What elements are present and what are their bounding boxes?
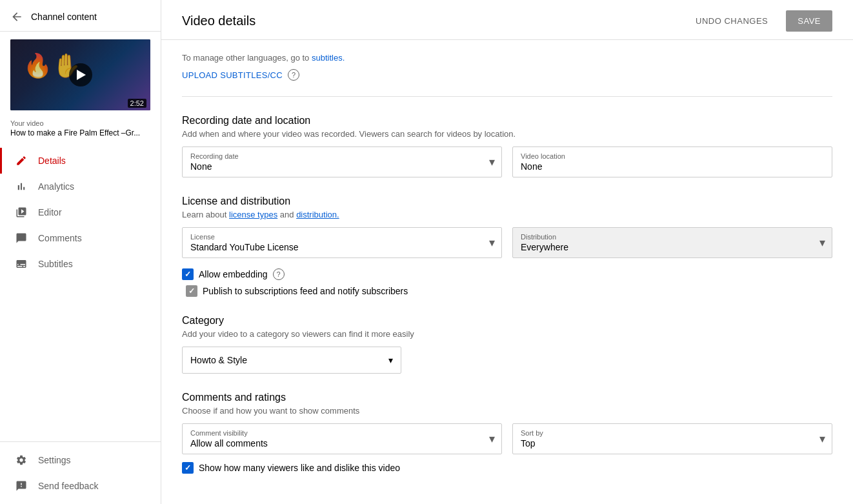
comment-visibility-value: Allow all comments [190, 438, 494, 449]
sidebar-header: Channel content [0, 0, 161, 32]
video-duration: 2:52 [128, 99, 146, 108]
category-select[interactable]: Howto & Style ▾ [182, 347, 401, 374]
distribution-arrow-icon: ▾ [819, 236, 825, 250]
subtitles-help-icon[interactable]: ? [288, 69, 299, 81]
comments-nav-label: Comments [38, 233, 82, 243]
license-field[interactable]: License Standard YouTube License ▾ [182, 227, 502, 258]
comments-section: Comments and ratings Choose if and how y… [182, 392, 832, 474]
subtitles-section: To manage other languages, go to subtitl… [182, 53, 832, 97]
video-preview: 🔥✋ 2:52 [10, 39, 150, 110]
comments-section-desc: Choose if and how you want to show comme… [182, 406, 832, 416]
back-button[interactable] [10, 10, 23, 23]
recording-date-value: None [190, 161, 494, 172]
checkmark-icon: ✓ [185, 270, 191, 278]
subtitles-label: Subtitles [38, 259, 73, 269]
video-location-field[interactable]: Video location None [512, 146, 832, 177]
video-location-label: Video location [521, 152, 824, 160]
show-likes-checkmark-icon: ✓ [185, 464, 191, 472]
save-button[interactable]: SAVE [786, 10, 832, 32]
video-name: How to make a Fire Palm Effect –Gr... [10, 128, 150, 137]
show-likes-label: Show how many viewers like and dislike t… [199, 463, 400, 473]
comments-fields: Comment visibility Allow all comments ▾ … [182, 423, 832, 454]
main-content: Video details UNDO CHANGES SAVE To manag… [161, 0, 853, 504]
category-section-desc: Add your video to a category so viewers … [182, 329, 832, 339]
recording-date-arrow-icon: ▾ [489, 155, 495, 169]
sidebar-item-analytics[interactable]: Analytics [0, 174, 161, 199]
video-thumbnail: 🔥✋ 2:52 [10, 39, 150, 110]
sidebar-item-settings[interactable]: Settings [0, 447, 161, 473]
recording-section-title: Recording date and location [182, 115, 832, 126]
settings-label: Settings [38, 455, 71, 465]
comment-visibility-label: Comment visibility [190, 429, 494, 437]
recording-section-desc: Add when and where your video was record… [182, 129, 832, 139]
content-body: To manage other languages, go to subtitl… [161, 40, 853, 504]
allow-embedding-checkbox[interactable]: ✓ [182, 268, 194, 280]
header-actions: UNDO CHANGES SAVE [688, 10, 832, 32]
subtitles-icon [15, 257, 28, 270]
play-button[interactable] [69, 63, 92, 86]
distribution-label: Distribution [521, 233, 824, 241]
publish-subscriptions-checkbox[interactable]: ✓ [186, 285, 197, 297]
pencil-icon [15, 154, 28, 167]
license-value: Standard YouTube License [190, 242, 494, 252]
publish-subscriptions-row: ✓ Publish to subscriptions feed and noti… [186, 285, 832, 297]
license-types-link[interactable]: license types [229, 210, 277, 219]
video-location-value: None [521, 161, 824, 172]
show-likes-checkbox[interactable]: ✓ [182, 462, 194, 474]
analytics-icon [15, 180, 28, 193]
comment-visibility-field[interactable]: Comment visibility Allow all comments ▾ [182, 423, 502, 454]
allow-embedding-help-icon[interactable]: ? [273, 268, 285, 280]
video-info: Your video How to make a Fire Palm Effec… [0, 116, 161, 145]
distribution-link[interactable]: distribution. [296, 210, 339, 219]
details-label: Details [38, 156, 66, 166]
sidebar-item-comments[interactable]: Comments [0, 225, 161, 251]
sort-by-field[interactable]: Sort by Top ▾ [512, 423, 832, 454]
sidebar-item-subtitles[interactable]: Subtitles [0, 251, 161, 277]
sort-by-value: Top [521, 438, 824, 449]
send-feedback-label: Send feedback [38, 481, 98, 491]
license-fields: License Standard YouTube License ▾ Distr… [182, 227, 832, 258]
feedback-icon [15, 479, 28, 492]
editor-label: Editor [38, 207, 62, 217]
category-section-title: Category [182, 315, 832, 327]
sidebar: Channel content 🔥✋ 2:52 Your video How t… [0, 0, 161, 504]
publish-subscriptions-label: Publish to subscriptions feed and notify… [203, 286, 408, 296]
distribution-field[interactable]: Distribution Everywhere ▾ [512, 227, 832, 258]
sidebar-nav: Details Analytics Editor Comments Subtit… [0, 145, 161, 441]
upload-subtitles-button[interactable]: UPLOAD SUBTITLES/CC [182, 70, 283, 80]
allow-embedding-row: ✓ Allow embedding ? [182, 268, 832, 280]
category-section: Category Add your video to a category so… [182, 315, 832, 374]
comments-icon [15, 232, 28, 245]
license-section-title: License and distribution [182, 196, 832, 207]
license-section: License and distribution Learn about lic… [182, 196, 832, 297]
comments-section-title: Comments and ratings [182, 392, 832, 403]
allow-embedding-label: Allow embedding [199, 269, 268, 279]
section-divider [182, 96, 832, 97]
category-arrow-icon: ▾ [388, 355, 393, 365]
distribution-value: Everywhere [521, 242, 824, 252]
analytics-label: Analytics [38, 181, 74, 192]
settings-icon [15, 454, 28, 467]
sort-by-label: Sort by [521, 429, 824, 437]
sidebar-item-details[interactable]: Details [0, 148, 161, 174]
checkmark-icon-2: ✓ [188, 287, 195, 295]
recording-section: Recording date and location Add when and… [182, 115, 832, 177]
subtitles-link[interactable]: subtitles. [312, 53, 345, 63]
sort-by-arrow-icon: ▾ [819, 432, 825, 446]
subtitles-manage-text: To manage other languages, go to subtitl… [182, 53, 832, 63]
play-triangle-icon [77, 70, 86, 80]
editor-icon [15, 206, 28, 219]
recording-fields: Recording date None ▾ Video location Non… [182, 146, 832, 177]
show-likes-row: ✓ Show how many viewers like and dislike… [182, 462, 832, 474]
sidebar-item-editor[interactable]: Editor [0, 199, 161, 225]
recording-date-field[interactable]: Recording date None ▾ [182, 146, 502, 177]
license-label: License [190, 233, 494, 241]
channel-content-label: Channel content [31, 12, 97, 22]
category-value: Howto & Style [190, 355, 247, 365]
undo-changes-button[interactable]: UNDO CHANGES [688, 11, 776, 31]
sidebar-item-send-feedback[interactable]: Send feedback [0, 473, 161, 499]
recording-date-label: Recording date [190, 152, 494, 160]
main-header: Video details UNDO CHANGES SAVE [161, 0, 853, 40]
page-title: Video details [182, 14, 256, 28]
comment-visibility-arrow-icon: ▾ [489, 432, 495, 446]
